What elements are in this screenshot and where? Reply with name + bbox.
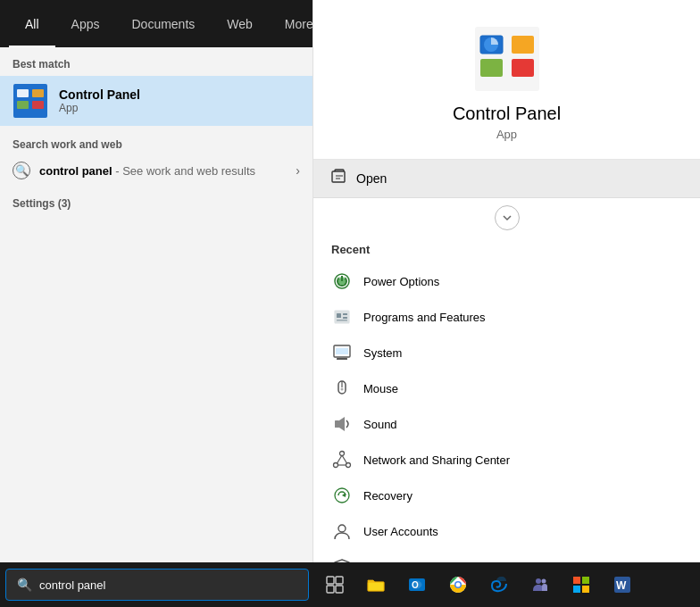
tab-all[interactable]: All <box>9 0 55 47</box>
search-tabs: All Apps Documents Web More ▾ ··· <box>0 0 312 47</box>
svg-rect-41 <box>327 586 334 593</box>
svg-rect-4 <box>17 101 29 109</box>
web-search-text: control panel - See work and web results <box>39 164 255 178</box>
recent-item-system[interactable]: System <box>313 335 700 370</box>
taskbar-search-text: control panel <box>39 578 105 592</box>
svg-rect-52 <box>573 577 580 584</box>
app-detail-type: App <box>496 128 517 141</box>
recent-list: Power Options Programs and Features <box>313 263 700 562</box>
recent-label: Recent <box>313 237 700 263</box>
best-match-text: Control Panel App <box>59 87 140 114</box>
app-detail-title: Control Panel <box>453 104 561 124</box>
svg-rect-43 <box>368 582 384 591</box>
recent-item-user-accounts[interactable]: User Accounts <box>313 513 700 549</box>
svg-rect-2 <box>17 89 29 97</box>
svg-rect-13 <box>332 171 345 182</box>
security-icon <box>331 556 353 562</box>
taskbar-app-icons: O <box>316 566 641 603</box>
taskbar: 🔍 control panel O <box>0 562 700 607</box>
best-match-label: Best match <box>0 47 312 76</box>
power-options-label: Power Options <box>363 275 439 288</box>
svg-rect-39 <box>327 577 334 584</box>
tab-apps[interactable]: Apps <box>55 0 116 47</box>
power-options-icon <box>331 270 353 292</box>
svg-rect-40 <box>336 577 343 584</box>
user-accounts-icon <box>331 520 353 542</box>
svg-rect-24 <box>336 348 348 354</box>
recent-item-power-options[interactable]: Power Options <box>313 263 700 299</box>
recent-item-recovery[interactable]: Recovery <box>313 478 700 513</box>
svg-rect-28 <box>335 420 339 428</box>
svg-rect-42 <box>336 586 343 593</box>
svg-text:O: O <box>412 580 419 590</box>
open-icon <box>331 169 347 188</box>
sound-icon <box>331 413 353 435</box>
network-label: Network and Sharing Center <box>363 453 510 467</box>
open-label: Open <box>356 171 387 186</box>
svg-rect-53 <box>582 577 589 584</box>
mouse-label: Mouse <box>363 382 398 395</box>
best-match-title: Control Panel <box>59 87 140 102</box>
recent-item-programs[interactable]: Programs and Features <box>313 299 700 335</box>
mouse-icon <box>331 378 353 399</box>
taskbar-word[interactable]: W <box>604 566 641 603</box>
tab-web[interactable]: Web <box>211 0 269 47</box>
app-detail-section: Control Panel App <box>313 0 700 160</box>
web-search-row[interactable]: 🔍 control panel - See work and web resul… <box>0 156 312 185</box>
svg-rect-55 <box>582 586 589 593</box>
system-label: System <box>363 346 402 360</box>
best-match-item[interactable]: Control Panel App <box>0 76 312 126</box>
svg-rect-3 <box>32 89 44 97</box>
svg-marker-37 <box>342 493 346 497</box>
programs-label: Programs and Features <box>363 311 486 324</box>
svg-text:W: W <box>616 579 627 592</box>
svg-point-27 <box>341 388 344 391</box>
taskbar-edge[interactable] <box>480 566 518 603</box>
recent-item-security[interactable]: Security and Maintenance <box>313 549 700 562</box>
search-work-web-label: Search work and web <box>0 126 312 156</box>
svg-rect-23 <box>337 358 347 360</box>
svg-line-34 <box>342 455 347 463</box>
svg-line-33 <box>338 455 343 463</box>
taskbar-chrome[interactable] <box>439 566 477 603</box>
svg-point-32 <box>346 463 351 468</box>
tab-documents[interactable]: Documents <box>115 0 211 47</box>
svg-point-30 <box>340 452 345 456</box>
svg-rect-10 <box>480 59 503 77</box>
svg-rect-9 <box>512 36 534 54</box>
svg-rect-11 <box>512 59 534 77</box>
svg-point-49 <box>456 583 461 587</box>
recovery-icon <box>331 485 353 506</box>
svg-rect-54 <box>573 586 580 593</box>
chevron-right-icon: › <box>296 163 300 178</box>
settings-label: Settings (3) <box>12 197 300 210</box>
taskbar-task-view[interactable] <box>316 566 354 603</box>
svg-rect-5 <box>32 101 44 109</box>
search-circle-icon: 🔍 <box>12 162 30 179</box>
recent-item-mouse[interactable]: Mouse <box>313 370 700 406</box>
taskbar-file-explorer[interactable] <box>357 566 395 603</box>
svg-point-51 <box>542 579 546 584</box>
programs-icon <box>331 306 353 328</box>
collapse-icon[interactable] <box>495 205 520 230</box>
right-panel: Control Panel App Open <box>312 0 700 562</box>
collapse-button-row[interactable] <box>313 198 700 237</box>
recent-item-sound[interactable]: Sound <box>313 406 700 442</box>
taskbar-outlook[interactable]: O <box>398 566 436 603</box>
svg-point-31 <box>334 463 338 468</box>
svg-rect-20 <box>343 317 347 319</box>
settings-section: Settings (3) <box>0 185 312 219</box>
sound-label: Sound <box>363 418 397 431</box>
svg-point-38 <box>338 525 346 532</box>
recent-item-network[interactable]: Network and Sharing Center <box>313 442 700 478</box>
svg-point-50 <box>536 578 541 584</box>
svg-rect-21 <box>337 320 347 321</box>
app-detail-icon <box>475 27 539 91</box>
taskbar-store[interactable] <box>562 566 600 603</box>
svg-marker-29 <box>339 417 345 431</box>
taskbar-search-box[interactable]: 🔍 control panel <box>5 569 309 601</box>
recovery-label: Recovery <box>363 489 412 503</box>
user-accounts-label: User Accounts <box>363 525 438 538</box>
taskbar-teams[interactable] <box>521 566 559 603</box>
open-button[interactable]: Open <box>313 160 700 198</box>
